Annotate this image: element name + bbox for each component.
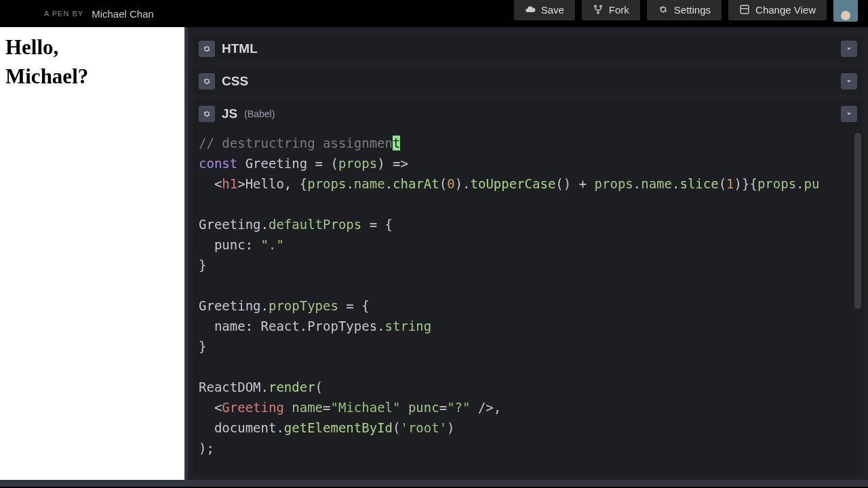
js-collapse-button[interactable]: [841, 106, 857, 122]
html-panel-title: HTML: [222, 41, 258, 56]
js-panel-title: JS: [222, 106, 237, 121]
editors-column: HTML CSS JS (Babel) /: [188, 27, 868, 480]
top-header: A PEN BY Michael Chan Save Fork Settings…: [0, 0, 868, 27]
chevron-down-icon: [845, 45, 853, 53]
chevron-down-icon: [845, 110, 853, 118]
cloud-icon: [525, 4, 536, 15]
change-view-button[interactable]: Change View: [728, 0, 827, 20]
gear-icon: [202, 77, 212, 86]
js-panel-subtitle: (Babel): [244, 108, 275, 119]
css-panel-title: CSS: [222, 74, 248, 89]
preview-line-2: Michael?: [5, 62, 179, 91]
settings-button[interactable]: Settings: [647, 0, 722, 20]
main-area: Hello, Michael? HTML CSS JS: [0, 27, 868, 480]
save-button[interactable]: Save: [514, 0, 575, 20]
fork-icon: [593, 4, 604, 15]
footer-bar: [0, 480, 868, 487]
preview-line-1: Hello,: [5, 33, 179, 62]
layout-icon: [739, 4, 750, 15]
preview-pane: Hello, Michael?: [0, 27, 188, 480]
avatar[interactable]: [833, 0, 858, 22]
html-panel-header[interactable]: HTML: [193, 35, 863, 62]
pen-author[interactable]: Michael Chan: [92, 8, 154, 20]
js-code-editor[interactable]: // destructring assignment const Greetin…: [193, 127, 863, 474]
gear-icon: [202, 109, 212, 119]
css-collapse-button[interactable]: [841, 73, 857, 89]
pen-by-label: A PEN BY: [44, 9, 83, 18]
gear-icon: [658, 4, 669, 15]
js-settings-button[interactable]: [199, 106, 215, 122]
scrollbar-vertical[interactable]: [854, 133, 861, 309]
css-settings-button[interactable]: [199, 73, 215, 89]
html-collapse-button[interactable]: [841, 41, 857, 57]
fork-button[interactable]: Fork: [582, 0, 640, 20]
chevron-down-icon: [845, 77, 853, 85]
css-panel-header[interactable]: CSS: [193, 68, 863, 95]
gear-icon: [202, 44, 212, 54]
html-settings-button[interactable]: [199, 41, 215, 57]
js-panel-header[interactable]: JS (Babel): [193, 100, 863, 127]
svg-rect-0: [741, 5, 749, 14]
